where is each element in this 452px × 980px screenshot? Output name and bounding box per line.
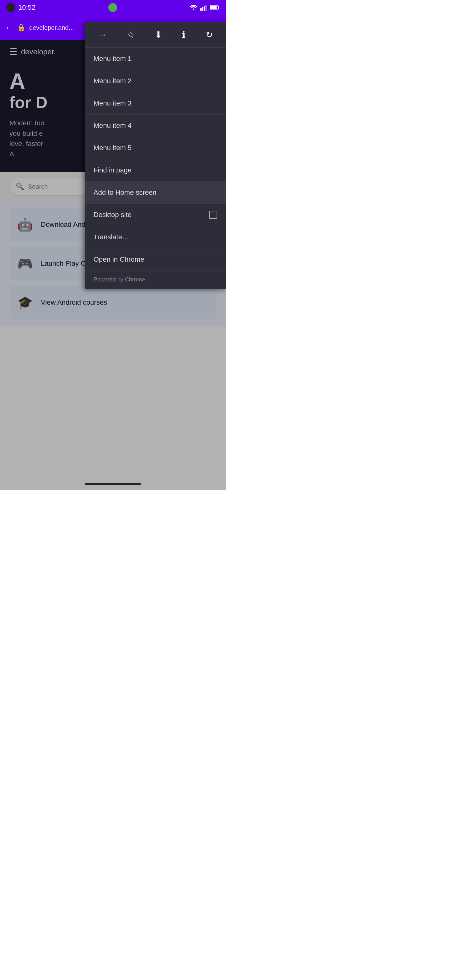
menu-item-3-label: Menu item 3: [94, 99, 132, 107]
find-in-page-label: Find in page: [94, 166, 132, 174]
menu-item-2[interactable]: Menu item 2: [85, 70, 226, 92]
menu-item-2-label: Menu item 2: [94, 77, 132, 85]
menu-item-5-label: Menu item 5: [94, 144, 132, 152]
svg-rect-2: [204, 6, 205, 11]
status-time: 10:52: [18, 3, 35, 12]
battery-icon: [210, 5, 220, 11]
info-icon[interactable]: ℹ: [178, 28, 189, 42]
svg-rect-5: [218, 6, 219, 9]
translate-label: Translate…: [94, 233, 129, 241]
menu-item-4[interactable]: Menu item 4: [85, 115, 226, 137]
back-button[interactable]: ←: [5, 23, 13, 33]
desktop-site-item[interactable]: Desktop site: [85, 204, 226, 226]
context-menu: → ☆ ⬇ ℹ ↻ Menu item 1 Menu item 2 Menu i…: [85, 22, 226, 289]
green-dot-icon: [108, 3, 117, 12]
refresh-icon[interactable]: ↻: [202, 28, 217, 42]
add-to-home-screen-label: Add to Home screen: [94, 188, 157, 197]
menu-item-5[interactable]: Menu item 5: [85, 137, 226, 159]
find-in-page-item[interactable]: Find in page: [85, 159, 226, 181]
lock-icon: 🔒: [17, 24, 25, 32]
translate-item[interactable]: Translate…: [85, 226, 226, 248]
menu-item-1[interactable]: Menu item 1: [85, 48, 226, 70]
status-bar-left: 10:52: [6, 3, 35, 12]
desktop-site-checkbox[interactable]: [209, 211, 217, 219]
status-icons: [190, 5, 220, 11]
forward-icon[interactable]: →: [94, 28, 111, 42]
menu-item-4-label: Menu item 4: [94, 122, 132, 130]
open-in-chrome-label: Open in Chrome: [94, 255, 144, 264]
svg-rect-3: [206, 5, 207, 11]
wifi-icon: [190, 5, 198, 11]
powered-by-chrome-text: Powered by Chrome: [94, 277, 145, 283]
open-in-chrome-item[interactable]: Open in Chrome: [85, 248, 226, 271]
status-circle-icon: [6, 3, 15, 12]
svg-rect-1: [202, 7, 203, 11]
menu-footer: Powered by Chrome: [85, 271, 226, 289]
status-bar: 10:52: [0, 0, 226, 15]
menu-toolbar: → ☆ ⬇ ℹ ↻: [85, 22, 226, 48]
svg-rect-6: [210, 6, 217, 9]
menu-item-3[interactable]: Menu item 3: [85, 92, 226, 115]
download-icon[interactable]: ⬇: [151, 28, 166, 42]
desktop-site-label: Desktop site: [94, 211, 132, 219]
add-to-home-screen-item[interactable]: Add to Home screen: [85, 181, 226, 204]
star-icon[interactable]: ☆: [123, 28, 138, 42]
menu-item-1-label: Menu item 1: [94, 55, 132, 63]
signal-icon: [200, 5, 207, 11]
svg-rect-0: [200, 8, 201, 11]
